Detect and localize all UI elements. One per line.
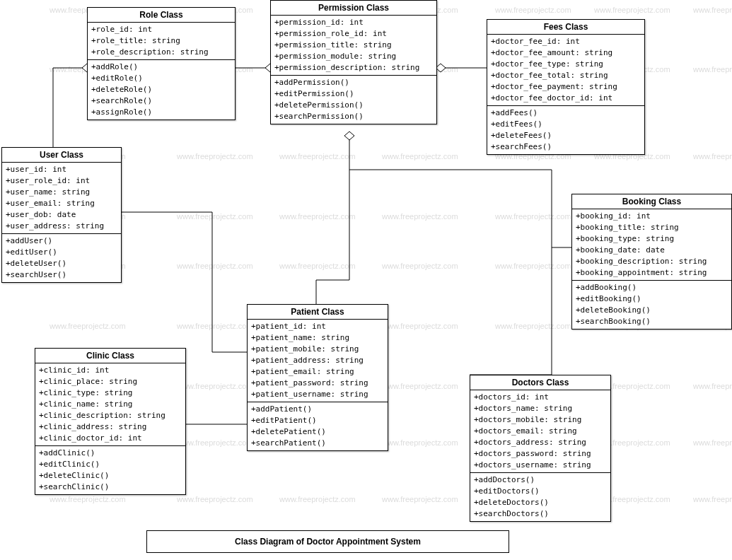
watermark: www.freeprojectz.com: [177, 438, 253, 447]
class-doctors-attrs: +doctors_id: int+doctors_name: string+do…: [470, 390, 610, 473]
class-permission: Permission Class +permission_id: int+per…: [270, 0, 437, 124]
class-clinic-attrs: +clinic_id: int+clinic_place: string+cli…: [35, 363, 185, 446]
class-fees-attrs: +doctor_fee_id: int+doctor_fee_amount: s…: [487, 35, 644, 106]
class-role-methods: +addRole()+editRole()+deleteRole()+searc…: [88, 60, 235, 119]
class-clinic: Clinic Class +clinic_id: int+clinic_plac…: [35, 348, 186, 495]
watermark: www.freeprojectz.com: [693, 438, 732, 447]
class-patient-title: Patient Class: [248, 305, 388, 320]
watermark: www.freeprojectz.com: [177, 212, 253, 221]
watermark: www.freeprojectz.com: [177, 322, 253, 330]
class-doctors: Doctors Class +doctors_id: int+doctors_n…: [470, 375, 611, 522]
class-permission-methods: +addPermission()+editPermission()+delete…: [271, 76, 436, 124]
class-fees: Fees Class +doctor_fee_id: int+doctor_fe…: [487, 19, 645, 155]
watermark: www.freeprojectz.com: [177, 382, 253, 390]
watermark: www.freeprojectz.com: [177, 262, 253, 270]
class-booking-title: Booking Class: [572, 194, 731, 209]
class-booking-attrs: +booking_id: int+booking_title: string+b…: [572, 209, 731, 281]
class-permission-title: Permission Class: [271, 1, 436, 16]
watermark: www.freeprojectz.com: [382, 382, 458, 390]
watermark: www.freeprojectz.com: [693, 152, 732, 161]
class-fees-methods: +addFees()+editFees()+deleteFees()+searc…: [487, 106, 644, 154]
watermark: www.freeprojectz.com: [382, 438, 458, 447]
watermark: www.freeprojectz.com: [382, 152, 458, 161]
watermark: www.freeprojectz.com: [279, 212, 356, 221]
class-doctors-methods: +addDoctors()+editDoctors()+deleteDoctor…: [470, 473, 610, 521]
class-patient-methods: +addPatient()+editPatient()+deletePatien…: [248, 402, 388, 450]
svg-marker-10: [344, 132, 354, 140]
class-doctors-title: Doctors Class: [470, 375, 610, 390]
class-clinic-methods: +addClinic()+editClinic()+deleteClinic()…: [35, 446, 185, 494]
watermark: www.freeprojectz.com: [382, 212, 458, 221]
class-user: User Class +user_id: int+user_role_id: i…: [1, 147, 122, 283]
class-role-title: Role Class: [88, 8, 235, 23]
svg-marker-5: [436, 64, 446, 72]
watermark: www.freeprojectz.com: [177, 152, 253, 161]
watermark: www.freeprojectz.com: [279, 152, 356, 161]
class-patient: Patient Class +patient_id: int+patient_n…: [247, 304, 388, 451]
class-patient-attrs: +patient_id: int+patient_name: string+pa…: [248, 320, 388, 402]
watermark: www.freeprojectz.com: [693, 495, 732, 503]
class-fees-title: Fees Class: [487, 20, 644, 35]
watermark: www.freeprojectz.com: [50, 322, 126, 330]
watermark: www.freeprojectz.com: [382, 495, 458, 503]
class-booking: Booking Class +booking_id: int+booking_t…: [571, 194, 732, 329]
watermark: www.freeprojectz.com: [693, 65, 732, 74]
watermark: www.freeprojectz.com: [495, 6, 571, 14]
class-role-attrs: +role_id: int+role_title: string+role_de…: [88, 23, 235, 60]
class-permission-attrs: +permission_id: int+permission_role_id: …: [271, 16, 436, 76]
watermark: www.freeprojectz.com: [279, 495, 356, 503]
watermark: www.freeprojectz.com: [495, 322, 571, 330]
class-user-title: User Class: [2, 148, 121, 163]
watermark: www.freeprojectz.com: [279, 262, 356, 270]
watermark: www.freeprojectz.com: [495, 262, 571, 270]
watermark: www.freeprojectz.com: [177, 495, 253, 503]
watermark: www.freeprojectz.com: [50, 495, 126, 503]
diagram-title: Class Diagram of Doctor Appointment Syst…: [146, 530, 509, 553]
class-user-attrs: +user_id: int+user_role_id: int+user_nam…: [2, 163, 121, 234]
class-clinic-title: Clinic Class: [35, 349, 185, 363]
class-user-methods: +addUser()+editUser()+deleteUser()+searc…: [2, 234, 121, 282]
watermark: www.freeprojectz.com: [594, 6, 670, 14]
watermark: www.freeprojectz.com: [382, 322, 458, 330]
class-role: Role Class +role_id: int+role_title: str…: [87, 7, 236, 120]
watermark: www.freeprojectz.com: [693, 382, 732, 390]
watermark: www.freeprojectz.com: [382, 262, 458, 270]
watermark: www.freeprojectz.com: [495, 212, 571, 221]
class-booking-methods: +addBooking()+editBooking()+deleteBookin…: [572, 281, 731, 329]
watermark: www.freeprojectz.com: [693, 6, 732, 14]
